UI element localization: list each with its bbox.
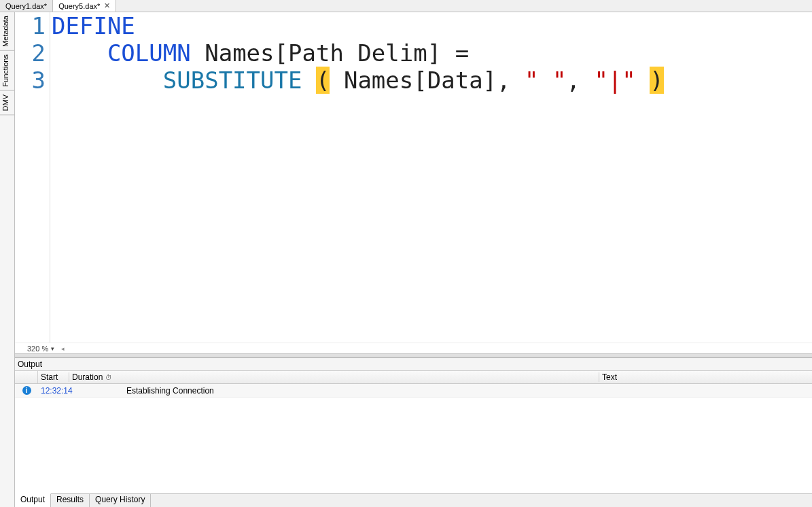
code-editor[interactable]: 1 2 3 DEFINE COLUMN Names[Path Delim] = …	[15, 12, 812, 343]
space	[302, 67, 315, 94]
tab-label: Query5.dax*	[58, 2, 100, 10]
function-substitute: SUBSTITUTE	[163, 67, 302, 94]
output-rows: i 12:32:14 Establishing Connection	[15, 384, 812, 493]
column-header-duration[interactable]: Duration ⏱	[69, 372, 599, 382]
keyword-column: COLUMN	[107, 39, 191, 67]
zoom-level[interactable]: 320 %	[27, 345, 48, 353]
code-text: Names[Path Delim] =	[191, 39, 469, 67]
string-literal: " "	[525, 67, 566, 94]
code-args: Names[Data],	[330, 67, 525, 94]
scroll-left-icon[interactable]: ◂	[61, 345, 65, 352]
bottom-tab-history[interactable]: Query History	[90, 494, 151, 507]
editor-column: 1 2 3 DEFINE COLUMN Names[Path Delim] = …	[15, 12, 812, 507]
file-tabs-bar: Query1.dax* Query5.dax* ✕	[0, 0, 812, 12]
info-icon: i	[22, 386, 31, 395]
line-number: 2	[15, 39, 46, 67]
side-tab-metadata[interactable]: Metadata	[0, 12, 14, 51]
line-number: 3	[15, 67, 46, 94]
comma: ,	[566, 67, 594, 94]
column-header-start[interactable]: Start	[38, 372, 69, 382]
column-header-text[interactable]: Text	[599, 372, 812, 382]
chevron-down-icon[interactable]: ▾	[51, 345, 54, 352]
editor-status-bar: 320 % ▾ ◂	[15, 343, 812, 353]
side-tab-functions[interactable]: Functions	[0, 51, 14, 91]
line-number-gutter: 1 2 3	[15, 12, 50, 343]
bottom-tab-output[interactable]: Output	[15, 493, 51, 507]
close-icon[interactable]: ✕	[104, 1, 110, 10]
file-tab-query5[interactable]: Query5.dax* ✕	[53, 0, 116, 12]
main-split: Metadata Functions DMV 1 2 3 DEFINE COLU…	[0, 12, 812, 507]
string-literal: "|"	[594, 67, 635, 94]
panel-title: Output	[15, 358, 812, 370]
bottom-tab-results[interactable]: Results	[51, 494, 90, 507]
paren-open-highlight: (	[316, 67, 330, 94]
space	[636, 67, 650, 94]
side-tab-dmv[interactable]: DMV	[0, 91, 14, 115]
line-number: 1	[15, 12, 46, 39]
cell-text: Establishing Connection	[124, 386, 812, 396]
file-tab-query1[interactable]: Query1.dax*	[0, 0, 53, 12]
paren-close-highlight: )	[650, 67, 663, 94]
keyword-define: DEFINE	[52, 12, 135, 39]
cell-start: 12:32:14	[38, 386, 69, 396]
tab-label: Query1.dax*	[5, 2, 47, 10]
side-tabs: Metadata Functions DMV	[0, 12, 15, 507]
output-row[interactable]: i 12:32:14 Establishing Connection	[15, 384, 812, 398]
cell-icon: i	[15, 386, 38, 395]
code-indent	[52, 67, 163, 94]
bottom-tabs-bar: Output Results Query History	[15, 493, 812, 507]
output-columns-header: Start Duration ⏱ Text	[15, 370, 812, 384]
column-label: Duration	[72, 372, 103, 382]
sort-icon: ⏱	[105, 374, 112, 381]
output-panel: Output Start Duration ⏱ Text i 12:32:14	[15, 357, 812, 493]
column-icon[interactable]	[15, 371, 38, 383]
code-content[interactable]: DEFINE COLUMN Names[Path Delim] = SUBSTI…	[50, 12, 812, 343]
